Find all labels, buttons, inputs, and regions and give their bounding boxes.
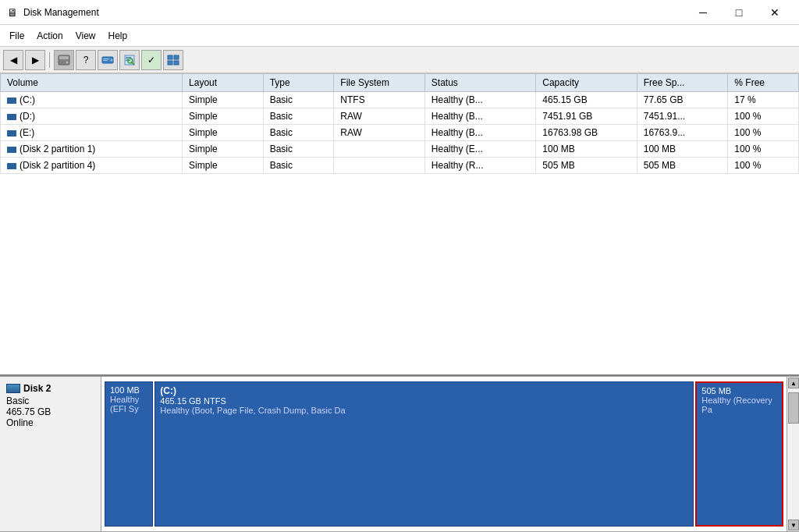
cell-filesystem: NTFS xyxy=(334,92,425,108)
partition-p1[interactable]: 100 MB Healthy (EFI Sy xyxy=(105,381,153,527)
toolbar: ◀ ▶ ? ✓ xyxy=(0,47,799,73)
partition-p2[interactable]: (C:) 465.15 GB NTFS Healthy (Boot, Page … xyxy=(154,381,694,527)
menu-help[interactable]: Help xyxy=(102,27,134,44)
view-button[interactable] xyxy=(163,50,183,70)
volume-icon xyxy=(7,98,16,104)
svg-point-4 xyxy=(111,59,113,61)
cell-capacity: 16763.98 GB xyxy=(536,125,637,141)
disk-icon-button[interactable] xyxy=(54,50,74,70)
cell-percentfree: 100 % xyxy=(728,141,799,158)
close-button[interactable]: ✕ xyxy=(757,0,793,25)
cell-freespace: 7451.91... xyxy=(637,108,728,125)
disk-label: Disk 2 Basic 465.75 GB Online xyxy=(0,377,101,531)
disk-size: 465.75 GB xyxy=(6,406,94,417)
table-row[interactable]: (C:) Simple Basic NTFS Healthy (B... 465… xyxy=(1,92,799,108)
cell-filesystem xyxy=(334,158,425,174)
cell-layout: Simple xyxy=(183,141,264,158)
partition-size: 505 MB xyxy=(701,386,777,395)
col-status[interactable]: Status xyxy=(424,74,535,92)
cell-status: Healthy (R... xyxy=(424,158,535,174)
cell-status: Healthy (B... xyxy=(424,108,535,125)
menu-view[interactable]: View xyxy=(69,27,102,44)
volume-icon xyxy=(7,163,16,169)
diskmgmt-button[interactable] xyxy=(98,50,118,70)
table-row[interactable]: (E:) Simple Basic RAW Healthy (B... 1676… xyxy=(1,125,799,141)
properties-button[interactable] xyxy=(119,50,140,70)
window-controls: ─ □ ✕ xyxy=(685,0,793,25)
cell-percentfree: 100 % xyxy=(728,108,799,125)
scrollbar-thumb[interactable] xyxy=(788,392,799,424)
cell-status: Healthy (E... xyxy=(424,141,535,158)
help-button[interactable]: ? xyxy=(76,50,96,70)
scrollbar-y[interactable]: ▲ ▼ xyxy=(787,377,799,531)
minimize-button[interactable]: ─ xyxy=(685,0,721,25)
svg-rect-12 xyxy=(168,55,172,59)
cell-type: Basic xyxy=(263,141,334,158)
disk-name: Disk 2 xyxy=(6,383,94,394)
back-button[interactable]: ◀ xyxy=(3,50,23,70)
disk-row: Disk 2 Basic 465.75 GB Online 100 MB Hea… xyxy=(0,377,799,532)
partition-size: 100 MB xyxy=(110,385,147,395)
menu-file[interactable]: File xyxy=(3,27,30,44)
cell-freespace: 505 MB xyxy=(637,158,728,174)
disk-visual-area: Disk 2 Basic 465.75 GB Online 100 MB Hea… xyxy=(0,376,799,532)
table-row[interactable]: (Disk 2 partition 1) Simple Basic Health… xyxy=(1,141,799,158)
svg-rect-5 xyxy=(103,59,109,59)
cell-layout: Simple xyxy=(183,108,264,125)
cell-capacity: 7451.91 GB xyxy=(536,108,637,125)
col-capacity[interactable]: Capacity xyxy=(536,74,637,92)
svg-rect-6 xyxy=(103,60,108,61)
cell-percentfree: 100 % xyxy=(728,125,799,141)
disk-panel: Disk 2 Basic 465.75 GB Online 100 MB Hea… xyxy=(0,377,799,532)
cell-status: Healthy (B... xyxy=(424,92,535,108)
partition-p3[interactable]: 505 MB Healthy (Recovery Pa xyxy=(695,381,783,527)
cell-freespace: 16763.9... xyxy=(637,125,728,141)
svg-rect-8 xyxy=(126,57,131,58)
main-content: Volume Layout Type File System Status Ca… xyxy=(0,73,799,532)
volume-icon xyxy=(7,147,16,153)
forward-button[interactable]: ▶ xyxy=(25,50,45,70)
table-row[interactable]: (Disk 2 partition 4) Simple Basic Health… xyxy=(1,158,799,174)
app-icon: 🖥 xyxy=(6,6,19,19)
disk-type: Basic xyxy=(6,395,94,406)
col-type[interactable]: Type xyxy=(263,74,334,92)
disk-partitions: 100 MB Healthy (EFI Sy (C:) 465.15 GB NT… xyxy=(101,377,787,531)
col-filesystem[interactable]: File System xyxy=(334,74,425,92)
partition-desc: Healthy (Recovery Pa xyxy=(701,395,777,414)
restore-button[interactable]: □ xyxy=(721,0,757,25)
window-title: Disk Management xyxy=(23,7,685,18)
cell-capacity: 465.15 GB xyxy=(536,92,637,108)
cell-volume: (E:) xyxy=(1,125,183,141)
col-layout[interactable]: Layout xyxy=(183,74,264,92)
cell-volume: (Disk 2 partition 1) xyxy=(1,141,183,158)
partition-name: (C:) xyxy=(160,385,688,396)
cell-filesystem xyxy=(334,141,425,158)
col-freespace[interactable]: Free Sp... xyxy=(637,74,728,92)
check-button[interactable]: ✓ xyxy=(141,50,162,70)
cell-freespace: 77.65 GB xyxy=(637,92,728,108)
volume-table-area[interactable]: Volume Layout Type File System Status Ca… xyxy=(0,73,799,376)
menu-action[interactable]: Action xyxy=(30,27,69,44)
title-bar: 🖥 Disk Management ─ □ ✕ xyxy=(0,0,799,25)
partition-desc: Healthy (Boot, Page File, Crash Dump, Ba… xyxy=(160,406,688,415)
cell-type: Basic xyxy=(263,108,334,125)
cell-capacity: 100 MB xyxy=(536,141,637,158)
svg-rect-1 xyxy=(59,56,69,59)
col-volume[interactable]: Volume xyxy=(1,74,183,92)
col-percentfree[interactable]: % Free xyxy=(728,74,799,92)
volume-icon xyxy=(7,130,16,137)
cell-type: Basic xyxy=(263,92,334,108)
cell-status: Healthy (B... xyxy=(424,125,535,141)
cell-filesystem: RAW xyxy=(334,125,425,141)
volume-icon xyxy=(7,114,16,120)
cell-layout: Simple xyxy=(183,92,264,108)
cell-type: Basic xyxy=(263,125,334,141)
cell-filesystem: RAW xyxy=(334,108,425,125)
svg-rect-14 xyxy=(168,61,172,65)
cell-volume: (C:) xyxy=(1,92,183,108)
partition-desc: Healthy (EFI Sy xyxy=(110,395,147,413)
table-row[interactable]: (D:) Simple Basic RAW Healthy (B... 7451… xyxy=(1,108,799,125)
toolbar-separator-1 xyxy=(49,52,50,68)
partition-size: 465.15 GB NTFS xyxy=(160,396,688,406)
cell-volume: (Disk 2 partition 4) xyxy=(1,158,183,174)
